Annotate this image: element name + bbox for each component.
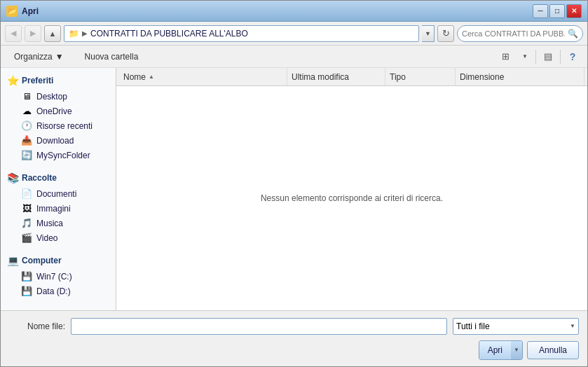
organize-label: Organizza bbox=[14, 52, 53, 62]
preferiti-label: Preferiti bbox=[22, 76, 53, 85]
open-button-split: Apri ▼ bbox=[479, 340, 523, 360]
maximize-button[interactable]: □ bbox=[549, 4, 565, 18]
close-button[interactable]: ✕ bbox=[566, 4, 582, 18]
search-box: 🔍 bbox=[457, 25, 583, 42]
column-type-label: Tipo bbox=[390, 72, 406, 82]
filename-input[interactable] bbox=[71, 318, 447, 335]
documenti-icon: 📄 bbox=[20, 188, 33, 199]
bottom-bar: Nome file: Tutti i file ▼ Apri ▼ Annulla bbox=[1, 310, 587, 366]
search-icon[interactable]: 🔍 bbox=[568, 29, 578, 39]
immagini-icon: 🖼 bbox=[20, 203, 33, 214]
column-size[interactable]: Dimensione bbox=[456, 68, 584, 85]
file-header: Nome ▲ Ultima modifica Tipo Dimensione bbox=[116, 68, 587, 86]
file-area: Nome ▲ Ultima modifica Tipo Dimensione N… bbox=[116, 68, 587, 310]
preview-button[interactable]: ▤ bbox=[539, 48, 557, 66]
view-button[interactable]: ⊞ bbox=[496, 48, 514, 66]
help-button[interactable]: ? bbox=[563, 48, 582, 66]
sidebar-item-mysyncfolder[interactable]: 🔄 MySyncFolder bbox=[1, 148, 116, 162]
preferiti-icon: ⭐ bbox=[6, 75, 19, 86]
file-list: Nessun elemento corrisponde ai criteri d… bbox=[116, 86, 587, 310]
view-dropdown-button[interactable]: ▼ bbox=[517, 48, 533, 66]
column-type[interactable]: Tipo bbox=[385, 68, 456, 85]
filetype-label: Tutti i file bbox=[456, 321, 490, 331]
sidebar-section-raccolte[interactable]: 📚 Raccolte bbox=[1, 168, 116, 186]
open-dropdown-button[interactable]: ▼ bbox=[511, 341, 522, 359]
column-date[interactable]: Ultima modifica bbox=[287, 68, 385, 85]
address-path[interactable]: 📁 ▶ CONTRATTI DA PUBBLICARE ALL'ALBO bbox=[64, 25, 419, 42]
column-date-label: Ultima modifica bbox=[292, 72, 349, 82]
minimize-button[interactable]: ─ bbox=[533, 4, 548, 18]
sidebar-item-musica[interactable]: 🎵 Musica bbox=[1, 216, 116, 230]
onedrive-label: OneDrive bbox=[36, 106, 72, 116]
raccolte-icon: 📚 bbox=[6, 172, 19, 184]
mysyncfolder-icon: 🔄 bbox=[20, 150, 33, 160]
new-folder-button[interactable]: Nuova cartella bbox=[77, 48, 146, 66]
datad-label: Data (D:) bbox=[36, 286, 71, 296]
toolbar-separator-2 bbox=[560, 50, 561, 64]
up-button[interactable]: ▲ bbox=[44, 25, 61, 42]
open-button[interactable]: Apri bbox=[479, 341, 511, 359]
toolbar-right: ⊞ ▼ ▤ ? bbox=[496, 48, 582, 66]
sidebar-spacer-1 bbox=[1, 162, 116, 168]
new-folder-label: Nuova cartella bbox=[85, 52, 139, 62]
sidebar-item-desktop[interactable]: 🖥 Desktop bbox=[1, 89, 116, 104]
win7c-icon: 💾 bbox=[20, 271, 33, 282]
computer-icon: 💻 bbox=[6, 255, 19, 266]
risorse-recenti-label: Risorse recenti bbox=[36, 121, 93, 131]
title-controls: ─ □ ✕ bbox=[533, 4, 582, 18]
sidebar-section-preferiti[interactable]: ⭐ Preferiti bbox=[1, 71, 116, 89]
mysyncfolder-label: MySyncFolder bbox=[36, 151, 90, 160]
video-icon: 🎬 bbox=[20, 233, 33, 243]
button-row: Apri ▼ Annulla bbox=[9, 340, 579, 360]
filename-row: Nome file: Tutti i file ▼ bbox=[9, 318, 579, 335]
organize-button[interactable]: Organizza ▼ bbox=[6, 48, 71, 66]
musica-label: Musica bbox=[36, 219, 63, 228]
datad-icon: 💾 bbox=[20, 286, 33, 296]
organize-dropdown-icon: ▼ bbox=[55, 52, 64, 62]
title-bar: 📂 Apri ─ □ ✕ bbox=[1, 1, 587, 22]
sidebar-section-computer[interactable]: 💻 Computer bbox=[1, 251, 116, 269]
sidebar-item-risorse-recenti[interactable]: 🕐 Risorse recenti bbox=[1, 118, 116, 133]
window-icon: 📂 bbox=[6, 6, 18, 17]
download-label: Download bbox=[36, 136, 74, 146]
path-folder-icon: 📁 bbox=[69, 29, 79, 39]
main-content: ⭐ Preferiti 🖥 Desktop ☁ OneDrive 🕐 Risor… bbox=[1, 68, 587, 310]
search-input[interactable] bbox=[462, 29, 565, 38]
sort-arrow-icon: ▲ bbox=[149, 74, 154, 80]
raccolte-label: Raccolte bbox=[22, 173, 57, 183]
refresh-button[interactable]: ↻ bbox=[437, 25, 454, 42]
sidebar-item-datad[interactable]: 💾 Data (D:) bbox=[1, 284, 116, 298]
dialog-window: 📂 Apri ─ □ ✕ ◀ ▶ ▲ 📁 ▶ CONTRATTI DA PUBB… bbox=[0, 0, 588, 367]
forward-button[interactable]: ▶ bbox=[25, 25, 41, 42]
sidebar-item-download[interactable]: 📥 Download bbox=[1, 133, 116, 148]
immagini-label: Immagini bbox=[36, 204, 71, 214]
address-dropdown-button[interactable]: ▼ bbox=[422, 25, 435, 42]
sidebar-item-immagini[interactable]: 🖼 Immagini bbox=[1, 201, 116, 216]
empty-message: Nessun elemento corrisponde ai criteri d… bbox=[261, 193, 443, 203]
title-bar-left: 📂 Apri bbox=[6, 6, 39, 17]
toolbar-separator bbox=[535, 50, 536, 64]
cancel-button[interactable]: Annulla bbox=[527, 341, 579, 359]
desktop-label: Desktop bbox=[36, 92, 67, 102]
filetype-dropdown-icon: ▼ bbox=[570, 323, 575, 329]
toolbar: Organizza ▼ Nuova cartella ⊞ ▼ ▤ ? bbox=[1, 46, 587, 68]
filetype-dropdown[interactable]: Tutti i file ▼ bbox=[453, 318, 579, 335]
path-text: CONTRATTI DA PUBBLICARE ALL'ALBO bbox=[90, 29, 248, 39]
risorse-recenti-icon: 🕐 bbox=[20, 120, 33, 131]
sidebar-item-video[interactable]: 🎬 Video bbox=[1, 230, 116, 245]
sidebar: ⭐ Preferiti 🖥 Desktop ☁ OneDrive 🕐 Risor… bbox=[1, 68, 116, 310]
column-name[interactable]: Nome ▲ bbox=[119, 68, 287, 85]
back-button[interactable]: ◀ bbox=[5, 25, 22, 42]
sidebar-item-win7c[interactable]: 💾 Win7 (C:) bbox=[1, 269, 116, 284]
path-arrow: ▶ bbox=[82, 29, 88, 37]
sidebar-item-documenti[interactable]: 📄 Documenti bbox=[1, 186, 116, 201]
computer-label: Computer bbox=[22, 256, 62, 265]
filename-label: Nome file: bbox=[9, 321, 65, 331]
sidebar-spacer-2 bbox=[1, 245, 116, 251]
onedrive-icon: ☁ bbox=[20, 106, 33, 116]
video-label: Video bbox=[36, 233, 57, 243]
sidebar-item-onedrive[interactable]: ☁ OneDrive bbox=[1, 104, 116, 118]
column-size-label: Dimensione bbox=[460, 72, 504, 82]
download-icon: 📥 bbox=[20, 135, 33, 146]
address-bar: ◀ ▶ ▲ 📁 ▶ CONTRATTI DA PUBBLICARE ALL'AL… bbox=[1, 22, 587, 46]
